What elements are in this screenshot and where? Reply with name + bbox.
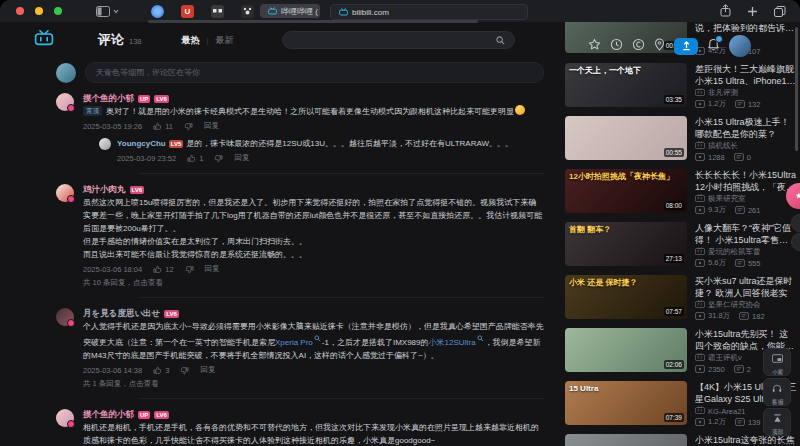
comment-input[interactable]: 天青色等烟雨，评论区在等你 — [85, 62, 544, 83]
uploader-name[interactable]: 极果研究室 — [708, 194, 746, 204]
reply-author[interactable]: YoungcyChu — [117, 139, 166, 148]
side-tool-top[interactable]: 顶部 — [763, 408, 791, 436]
comment-inline-link[interactable]: Xperia Pro — [275, 338, 313, 347]
uploader-name[interactable]: 非凡评测 — [708, 88, 738, 98]
reply-button[interactable]: 回复 — [204, 121, 219, 131]
dislike-button[interactable] — [180, 366, 189, 375]
uploader-tv-icon — [695, 353, 705, 363]
view-count: 1.2万 — [695, 417, 726, 427]
comment-date: 2025-03-06 14:38 — [83, 366, 142, 375]
commenter-avatar[interactable] — [56, 93, 74, 111]
video-uploader: 爱玩的松鼠军曹 — [695, 247, 797, 258]
like-button[interactable]: 1 — [187, 154, 203, 163]
danmaku-count: 555 — [735, 259, 761, 268]
page-scrollbar[interactable] — [795, 27, 798, 151]
side-tool-headset[interactable]: 客服 — [763, 378, 791, 406]
comment-paragraph: 置顶奥对了！就是用的小米的徕卡经典模式不是生动哈！之所以可能看着更像生动模式因为… — [83, 105, 544, 118]
like-button[interactable]: 12 — [153, 265, 173, 274]
minimize-window-button[interactable] — [35, 7, 43, 15]
notification-badge — [715, 35, 723, 43]
commenter-avatar[interactable] — [56, 184, 74, 202]
vip-dot-icon — [67, 319, 75, 327]
view-count-value: 5.6万 — [708, 258, 726, 268]
uploader-name[interactable]: 爱玩的松鼠军曹 — [708, 247, 761, 257]
favorite-star-icon[interactable] — [588, 37, 601, 55]
tab-new[interactable]: 最新 — [216, 34, 234, 47]
video-title: 长长长长长！小米15Ultra 12小时拍照挑战，「夜神长... — [695, 169, 797, 194]
user-avatar[interactable] — [729, 35, 751, 57]
coin-icon[interactable] — [632, 37, 645, 55]
tab-overview-icon[interactable] — [774, 3, 786, 21]
uploader-name[interactable]: 霸王评机v — [708, 353, 742, 363]
extension-icon-blue[interactable] — [151, 5, 164, 18]
view-replies-link[interactable]: 共 10 条回复，点击查看 — [83, 278, 544, 288]
top-icon — [773, 409, 782, 427]
history-clock-icon[interactable] — [610, 37, 623, 55]
comment-meta: 2025-03-06 18:0412回复 — [83, 263, 544, 275]
comment-paragraph: 虽然这次网上喷15u喷得挺厉害的，但是我还是入了。初步用下来觉得还挺好的，拍照在… — [83, 196, 544, 235]
reply-avatar[interactable] — [99, 138, 111, 150]
zoom-window-button[interactable] — [54, 7, 62, 15]
commenter-name[interactable]: 月を見る度思い出せ — [83, 308, 160, 320]
comment-meta: 2025-03-06 14:383回复 — [83, 364, 544, 376]
reply-button[interactable]: 回复 — [200, 365, 215, 375]
side-tool-pip[interactable]: 小窗 — [763, 348, 791, 376]
reply-button[interactable]: 回复 — [205, 264, 220, 274]
commenter-name[interactable]: 摸个鱼的小郁 — [83, 409, 134, 421]
upload-button[interactable] — [674, 38, 698, 55]
tab-active-bilibili[interactable]: bilibili.com — [330, 4, 528, 20]
my-avatar[interactable] — [56, 63, 76, 83]
uploader-tv-icon — [695, 406, 705, 416]
tab-bilibili-home[interactable]: 哔哩哔哩 (゜-゜)... — [260, 4, 320, 18]
related-video-card[interactable]: 首翻 翻车？27:13人像大翻车？“夜神”它值得！ 小米15ultra零售版首拍… — [565, 222, 797, 269]
bilibili-logo-icon[interactable] — [34, 30, 54, 50]
share-icon[interactable] — [720, 3, 731, 21]
video-title: 人像大翻车？“夜神”它值得！ 小米15ultra零售版首拍... — [695, 222, 797, 247]
comment-composer: 天青色等烟雨，评论区在等你 — [56, 62, 558, 83]
extension-icon-u[interactable]: U — [181, 5, 194, 18]
like-button[interactable]: 11 — [153, 122, 173, 131]
uploader-name[interactable]: 坚果仁研究协会 — [708, 300, 761, 310]
dislike-button[interactable] — [184, 122, 193, 131]
comment-inline-link[interactable]: 小米12SUltra — [428, 338, 475, 347]
extension-icon-monkey[interactable] — [211, 5, 224, 18]
commenter-avatar[interactable] — [56, 308, 74, 326]
extension-icon-paw[interactable] — [241, 5, 254, 18]
dislike-button[interactable] — [185, 265, 194, 274]
browser-actions — [720, 3, 786, 21]
uploader-tv-icon — [695, 300, 705, 310]
dislike-button[interactable] — [214, 154, 223, 163]
related-video-card[interactable]: 12小时拍照挑战「夜神长焦」08:00长长长长长！小米15Ultra 12小时拍… — [565, 169, 797, 216]
related-video-card[interactable]: 一个天上，一个地下03:35差距很大！三大巅峰旗舰小米15 Ultra、iPho… — [565, 63, 797, 110]
video-info: 人像大翻车？“夜神”它值得！ 小米15ultra零售版首拍...爱玩的松鼠军曹5… — [695, 222, 797, 269]
notification-bell-icon[interactable] — [707, 37, 720, 55]
danmaku-count: 182 — [739, 312, 765, 321]
new-tab-icon[interactable] — [747, 3, 758, 21]
comment-meta: 2025-03-09 23:521回复 — [117, 152, 544, 164]
reply-button[interactable]: 回复 — [234, 153, 249, 163]
related-video-card[interactable]: 00:55小米15 Ultra极速上手！ 哪款配色是你的菜？搞机线长12880 — [565, 116, 797, 163]
comment-text: 奥对了！就是用的小米的徕卡经典模式不是生动哈！之所以可能看着更像生动模式因为跟相… — [106, 107, 514, 116]
sidebar-toggle-icon[interactable] — [96, 6, 119, 17]
related-video-card[interactable]: 小米 还是 保时捷？07:57买小米su7 ultra还是保时捷？ 欧洲人回答很… — [565, 275, 797, 322]
search-icon — [496, 36, 505, 45]
video-thumbnail: 一个天上，一个地下03:35 — [565, 63, 687, 107]
commenter-name[interactable]: 摸个鱼的小郁 — [83, 93, 134, 105]
like-button[interactable]: 3 — [153, 366, 169, 375]
view-replies-link[interactable]: 共 1 条回复，点击查看 — [83, 379, 544, 389]
uploader-tv-icon — [695, 247, 705, 257]
commenter-avatar[interactable] — [56, 409, 74, 427]
video-duration: 07:39 — [664, 413, 684, 422]
video-thumbnail: 00:55 — [565, 116, 687, 160]
reply-text: 是的，徕卡味最浓的还得是12SU或13U。。。越往后越平淡，不过好在有ULTRA… — [186, 139, 513, 148]
uploader-name[interactable]: KG-Area21 — [708, 407, 746, 416]
browser-chrome: U 哔哩哔哩 (゜-゜)... bilibili.com — [0, 0, 800, 22]
window-controls — [16, 7, 62, 15]
commenter-name[interactable]: 鸡汁小肉丸 — [83, 184, 126, 196]
comment-search-input[interactable] — [282, 31, 515, 49]
close-window-button[interactable] — [16, 7, 24, 15]
location-pin-icon[interactable] — [654, 37, 665, 55]
uploader-name[interactable]: 搞机线长 — [708, 141, 738, 151]
video-title: 小米15 Ultra极速上手！ 哪款配色是你的菜？ — [695, 116, 797, 141]
tab-hot[interactable]: 最热 — [182, 34, 200, 47]
